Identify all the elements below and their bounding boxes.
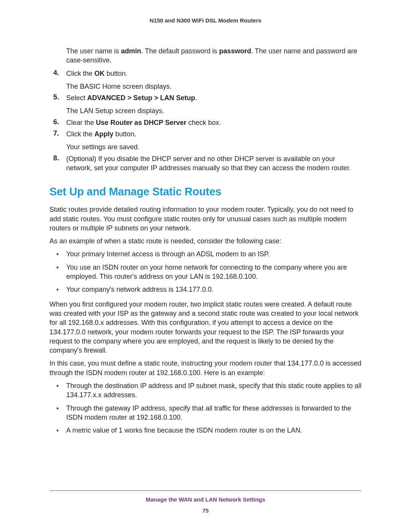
footer-rule <box>49 490 362 491</box>
text: The user name is <box>66 47 121 55</box>
nav-path-bold: ADVANCED > Setup > LAN Setup <box>87 94 195 102</box>
config-bullets: Through the destination IP address and I… <box>49 381 362 435</box>
password-bold: password <box>219 47 251 55</box>
config-bullet-2: Through the gateway IP address, specify … <box>49 404 362 422</box>
config-bullet-3: A metric value of 1 works fine because t… <box>49 426 362 435</box>
implicit-routes-para: When you first configured your modem rou… <box>49 300 362 355</box>
static-routes-intro: Static routes provide detailed routing i… <box>49 205 362 233</box>
step-5: Select ADVANCED > Setup > LAN Setup. The… <box>49 93 362 116</box>
text: Select <box>66 94 87 102</box>
running-header: N150 and N300 WiFi DSL Modem Routers <box>49 17 362 24</box>
step-8-text: (Optional) If you disable the DHCP serve… <box>66 154 362 173</box>
bullet-3: Your company's network address is 134.17… <box>49 285 362 294</box>
text: button. <box>113 130 136 138</box>
section-heading: Set Up and Manage Static Routes <box>49 185 362 198</box>
footer-page-number: 75 <box>49 507 362 514</box>
bullet-1: Your primary Internet access is through … <box>49 249 362 259</box>
text: Clear the <box>66 119 96 126</box>
numbered-steps: Click the OK button. The BASIC Home scre… <box>49 69 362 173</box>
example-lead: As an example of when a static route is … <box>49 236 362 246</box>
step-6: Clear the Use Router as DHCP Server chec… <box>49 118 362 127</box>
text: . The default password is <box>141 47 219 55</box>
admin-bold: admin <box>121 47 141 55</box>
text: check box. <box>186 119 221 126</box>
step-7: Click the Apply button. Your settings ar… <box>49 129 362 152</box>
example-bullets: Your primary Internet access is through … <box>49 249 362 294</box>
text: Click the <box>66 70 94 77</box>
dhcp-bold: Use Router as DHCP Server <box>96 119 186 126</box>
footer-section-title: Manage the WAN and LAN Network Settings <box>49 496 362 503</box>
page: N150 and N300 WiFi DSL Modem Routers The… <box>0 0 411 532</box>
step-8: (Optional) If you disable the DHCP serve… <box>49 154 362 173</box>
step-4: Click the OK button. The BASIC Home scre… <box>49 69 362 91</box>
text: . <box>195 94 197 102</box>
intro-paragraph: The user name is admin. The default pass… <box>66 46 362 65</box>
config-bullet-1: Through the destination IP address and I… <box>49 381 362 400</box>
step-7-sub: Your settings are saved. <box>66 142 362 152</box>
text: Click the <box>66 130 94 138</box>
define-route-para: In this case, you must define a static r… <box>49 359 362 377</box>
bullet-2: You use an ISDN router on your home netw… <box>49 263 362 281</box>
page-footer: Manage the WAN and LAN Network Settings … <box>49 490 362 514</box>
text: button. <box>105 70 127 77</box>
apply-bold: Apply <box>94 130 113 138</box>
step-5-sub: The LAN Setup screen displays. <box>66 106 362 115</box>
step-4-sub: The BASIC Home screen displays. <box>66 82 362 91</box>
ok-bold: OK <box>94 70 105 77</box>
